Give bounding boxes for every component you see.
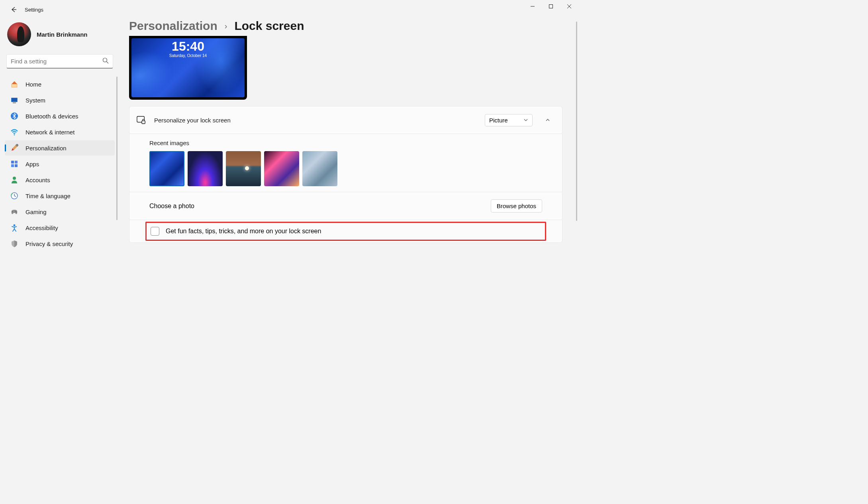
apps-icon [10, 160, 18, 168]
sidebar-item-accounts[interactable]: Accounts [5, 172, 115, 187]
personalization-icon [10, 144, 18, 152]
privacy-icon [10, 240, 18, 248]
home-icon [10, 80, 18, 88]
search-input[interactable] [11, 58, 102, 65]
svg-point-5 [103, 58, 107, 62]
preview-time: 15:40 [172, 40, 204, 53]
highlight-annotation: Get fun facts, tips, tricks, and more on… [145, 222, 546, 241]
choose-photo-row: Choose a photo Browse photos [129, 192, 562, 220]
recent-images-title: Recent images [149, 140, 542, 146]
time-icon [10, 192, 18, 200]
sidebar-item-system[interactable]: System [5, 93, 115, 108]
sidebar-item-label: Privacy & security [25, 240, 73, 247]
search-icon [102, 57, 109, 65]
svg-rect-8 [12, 98, 17, 102]
preview-date: Saturday, October 14 [169, 53, 207, 58]
svg-point-19 [15, 211, 16, 212]
username: Martin Brinkmann [37, 31, 88, 38]
personalize-row[interactable]: Personalize your lock screen Picture [129, 106, 562, 134]
svg-point-21 [14, 224, 16, 226]
svg-rect-9 [13, 102, 16, 103]
profile[interactable]: Martin Brinkmann [3, 19, 116, 54]
sidebar-item-privacy[interactable]: Privacy & security [5, 236, 115, 251]
browse-photos-button[interactable]: Browse photos [491, 199, 542, 213]
back-button[interactable] [6, 2, 22, 18]
accessibility-icon [10, 224, 18, 232]
recent-images-section: Recent images [129, 134, 562, 192]
svg-rect-15 [11, 164, 14, 167]
maximize-button[interactable] [542, 0, 560, 13]
close-button[interactable] [560, 0, 578, 13]
svg-rect-23 [142, 121, 145, 124]
sidebar-item-accessibility[interactable]: Accessibility [5, 220, 115, 235]
recent-image-1[interactable] [149, 151, 184, 186]
svg-point-17 [13, 177, 16, 180]
funfacts-checkbox[interactable] [151, 227, 159, 236]
recent-image-2[interactable] [188, 151, 223, 186]
accounts-icon [10, 176, 18, 184]
sidebar-item-label: Bluetooth & devices [25, 113, 78, 120]
funfacts-label: Get fun facts, tips, tricks, and more on… [166, 228, 321, 235]
sidebar-item-label: Accessibility [25, 224, 58, 231]
choose-photo-label: Choose a photo [149, 203, 194, 210]
network-icon [10, 128, 18, 136]
chevron-right-icon: › [225, 22, 227, 31]
sidebar-item-bluetooth[interactable]: Bluetooth & devices [5, 108, 115, 124]
sidebar-item-label: Accounts [25, 177, 50, 183]
lockscreen-icon [137, 115, 146, 125]
sidebar-item-label: Gaming [25, 209, 47, 215]
svg-line-6 [107, 61, 109, 63]
breadcrumb-current: Lock screen [234, 19, 304, 33]
lockscreen-preview: 15:40 Saturday, October 14 [129, 36, 247, 100]
gaming-icon [10, 208, 18, 216]
recent-image-5[interactable] [302, 151, 337, 186]
search-box[interactable] [6, 54, 113, 69]
dropdown-value: Picture [489, 117, 508, 124]
sidebar: Martin Brinkmann Home System Blueto [0, 19, 120, 335]
breadcrumb: Personalization › Lock screen [129, 19, 562, 33]
svg-rect-1 [549, 5, 553, 8]
recent-image-3[interactable] [226, 151, 261, 186]
funfacts-row[interactable]: Get fun facts, tips, tricks, and more on… [147, 223, 541, 240]
recent-image-4[interactable] [264, 151, 299, 186]
chevron-down-icon [523, 117, 528, 124]
personalize-dropdown[interactable]: Picture [485, 114, 533, 126]
sidebar-item-label: Personalization [25, 145, 67, 152]
svg-rect-16 [15, 164, 18, 167]
sidebar-item-label: Home [25, 81, 41, 88]
main-content: Personalization › Lock screen 15:40 Satu… [120, 19, 578, 335]
sidebar-item-time[interactable]: Time & language [5, 188, 115, 203]
sidebar-item-label: Time & language [25, 193, 71, 199]
window-title: Settings [25, 7, 43, 13]
system-icon [10, 96, 18, 104]
minimize-button[interactable] [523, 0, 542, 13]
sidebar-item-personalization[interactable]: Personalization [5, 140, 115, 156]
nav: Home System Bluetooth & devices Network … [3, 77, 116, 251]
sidebar-item-label: System [25, 97, 45, 104]
sidebar-item-gaming[interactable]: Gaming [5, 204, 115, 219]
svg-rect-13 [11, 161, 14, 163]
sidebar-item-label: Network & internet [25, 129, 74, 136]
sidebar-item-network[interactable]: Network & internet [5, 124, 115, 140]
collapse-button[interactable] [541, 113, 555, 127]
sidebar-item-label: Apps [25, 161, 39, 167]
sidebar-scrollbar[interactable] [116, 77, 118, 220]
sidebar-item-apps[interactable]: Apps [5, 156, 115, 171]
avatar [7, 22, 31, 46]
breadcrumb-parent[interactable]: Personalization [129, 19, 217, 33]
svg-point-11 [14, 134, 15, 136]
main-scrollbar[interactable] [576, 22, 577, 221]
sidebar-item-home[interactable]: Home [5, 77, 115, 92]
bluetooth-icon [10, 112, 18, 120]
svg-rect-14 [15, 161, 18, 163]
personalize-label: Personalize your lock screen [154, 117, 477, 124]
personalize-card: Personalize your lock screen Picture Rec… [129, 106, 562, 243]
svg-point-20 [16, 212, 17, 213]
